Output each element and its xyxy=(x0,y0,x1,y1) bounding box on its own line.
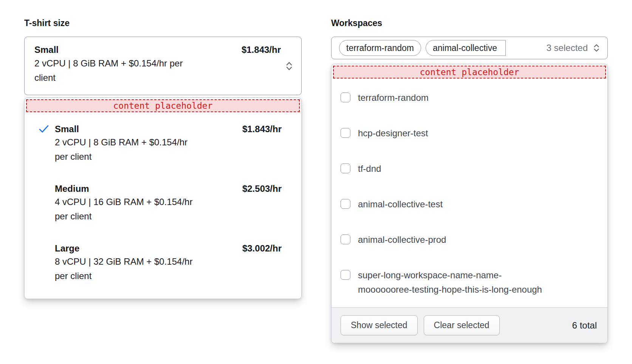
caret-sort-icon xyxy=(592,43,601,53)
tshirt-option-list: Small 2 vCPU | 8 GiB RAM + $0.154/hr per… xyxy=(25,114,301,299)
workspace-option-animal-collective-test[interactable]: animal-collective-test xyxy=(331,187,607,222)
option-description: 8 vCPU | 32 GiB RAM + $0.154/hr per clie… xyxy=(55,254,195,283)
total-count-label: 6 total xyxy=(572,320,598,331)
option-description: 2 vCPU | 8 GiB RAM + $0.154/hr per clien… xyxy=(55,135,195,164)
workspace-label: animal-collective-test xyxy=(358,197,443,211)
workspaces-dropdown-footer: Show selected Clear selected 6 total xyxy=(331,307,607,343)
workspace-option-super-long-name[interactable]: super-long-workspace-name-name-moooooore… xyxy=(331,258,607,307)
selected-size-description: 2 vCPU | 8 GiB RAM + $0.154/hr per clien… xyxy=(34,56,195,85)
selected-size-title: Small xyxy=(34,43,256,56)
workspace-label: tf-dnd xyxy=(358,162,381,176)
workspace-option-tf-dnd[interactable]: tf-dnd xyxy=(331,151,607,187)
size-option-medium[interactable]: Medium 4 vCPU | 16 GiB RAM + $0.154/hr p… xyxy=(25,173,301,233)
option-price: $1.843/hr xyxy=(242,123,301,164)
option-description: 4 vCPU | 16 GiB RAM + $0.154/hr per clie… xyxy=(55,195,195,224)
size-option-small[interactable]: Small 2 vCPU | 8 GiB RAM + $0.154/hr per… xyxy=(25,114,301,173)
option-price: $2.503/hr xyxy=(242,183,301,224)
workspace-label: hcp-designer-test xyxy=(358,126,428,140)
checkbox[interactable] xyxy=(341,128,350,138)
caret-sort-icon xyxy=(284,60,294,72)
clear-selected-button[interactable]: Clear selected xyxy=(424,315,500,335)
show-selected-button[interactable]: Show selected xyxy=(341,315,418,335)
workspace-label: terraform-random xyxy=(358,91,429,105)
content-placeholder-banner: content placeholder xyxy=(26,99,300,112)
workspaces-section: Workspaces terraform-random animal-colle… xyxy=(331,18,608,343)
workspace-option-terraform-random[interactable]: terraform-random xyxy=(331,80,607,116)
size-option-large[interactable]: Large 8 vCPU | 32 GiB RAM + $0.154/hr pe… xyxy=(25,233,301,293)
tshirt-size-section: T-shirt size Small 2 vCPU | 8 GiB RAM + … xyxy=(24,18,302,299)
workspace-label: super-long-workspace-name-name-moooooore… xyxy=(358,268,551,297)
tag-terraform-random[interactable]: terraform-random xyxy=(339,40,421,56)
option-title: Large xyxy=(55,242,242,254)
check-icon xyxy=(38,123,55,164)
checkbox[interactable] xyxy=(341,163,350,173)
checkbox[interactable] xyxy=(341,93,350,102)
tshirt-size-select-trigger[interactable]: Small 2 vCPU | 8 GiB RAM + $0.154/hr per… xyxy=(24,37,302,95)
tag-animal-collective[interactable]: animal-collective xyxy=(426,40,506,56)
checkbox[interactable] xyxy=(341,199,350,209)
option-title: Medium xyxy=(55,183,242,195)
workspace-label: animal-collective-prod xyxy=(358,233,446,247)
selected-count-label: 3 selected xyxy=(547,43,588,53)
selected-count-group: 3 selected xyxy=(547,43,601,53)
tshirt-size-dropdown: content placeholder Small 2 vCPU | 8 GiB… xyxy=(24,97,302,299)
tshirt-size-heading: T-shirt size xyxy=(24,18,302,28)
workspace-option-hcp-designer-test[interactable]: hcp-designer-test xyxy=(331,116,607,151)
checkbox[interactable] xyxy=(341,234,350,244)
workspace-option-animal-collective-prod[interactable]: animal-collective-prod xyxy=(331,222,607,258)
workspaces-dropdown: content placeholder terraform-random hcp… xyxy=(331,64,608,343)
checkbox[interactable] xyxy=(341,270,350,280)
option-title: Small xyxy=(55,123,242,135)
option-price: $3.002/hr xyxy=(242,242,301,283)
workspaces-heading: Workspaces xyxy=(331,18,608,28)
content-placeholder-banner: content placeholder xyxy=(333,66,606,79)
workspace-option-list: terraform-random hcp-designer-test tf-dn… xyxy=(331,80,607,307)
selected-size-price: $1.843/hr xyxy=(242,43,281,56)
workspaces-multiselect-trigger[interactable]: terraform-random animal-collective 3 sel… xyxy=(331,37,608,59)
